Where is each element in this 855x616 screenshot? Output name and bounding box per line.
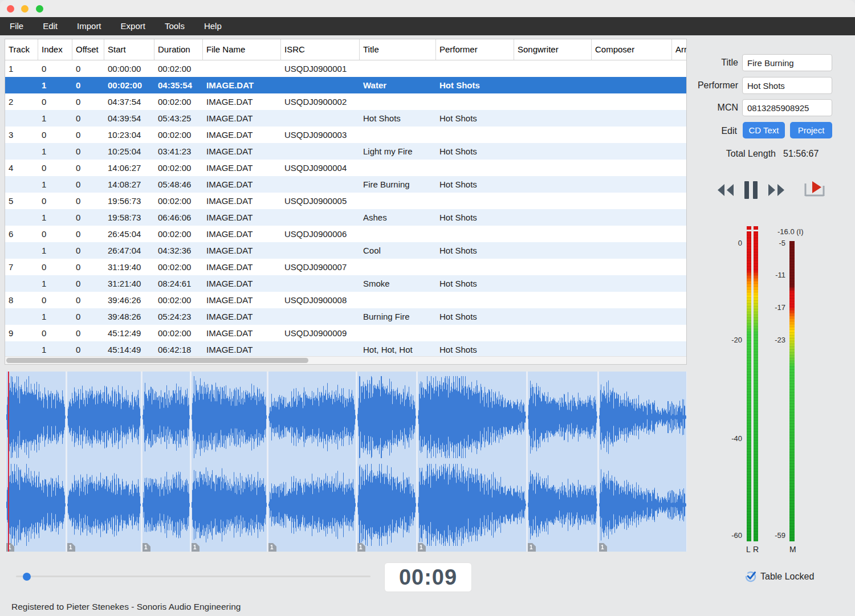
cell-track: 1 (5, 60, 38, 77)
checkmark-icon (744, 570, 757, 582)
performer-input[interactable] (742, 77, 832, 94)
cell-duration: 06:46:06 (154, 209, 203, 226)
position-slider[interactable] (16, 576, 370, 577)
cell-isrc: USQDJ0900006 (281, 226, 360, 242)
cell-track (5, 341, 38, 358)
scrollbar-thumb[interactable] (6, 358, 308, 363)
table-row[interactable]: 60026:45:0400:02:00IMAGE.DATUSQDJ0900006 (5, 226, 686, 242)
cell-duration: 00:02:00 (154, 193, 203, 209)
cd-text-button[interactable]: CD Text (743, 122, 785, 138)
position-slider-thumb[interactable] (23, 573, 31, 581)
cell-track: 4 (5, 160, 38, 176)
table-row[interactable]: 1039:48:2605:24:23IMAGE.DATBurning FireH… (5, 308, 686, 325)
cell-duration: 00:02:00 (154, 226, 203, 242)
cell-isrc: USQDJ0900008 (281, 292, 360, 308)
play-from-marker-button[interactable] (803, 180, 826, 200)
cell-file_name: IMAGE.DAT (203, 127, 281, 143)
table-row[interactable]: 1045:14:4906:42:18IMAGE.DATHot, Hot, Hot… (5, 341, 686, 358)
column-header-isrc[interactable]: ISRC (281, 39, 360, 60)
cell-file_name (203, 60, 281, 77)
table-row[interactable]: 1000:02:0004:35:54IMAGE.DATWaterHot Shot… (5, 77, 686, 93)
cell-arr (672, 325, 687, 341)
table-row[interactable]: 1010:25:0403:41:23IMAGE.DATLight my Fire… (5, 143, 686, 160)
column-header-index[interactable]: Index (38, 39, 72, 60)
cell-title (360, 292, 436, 308)
column-header-title[interactable]: Title (360, 39, 436, 60)
cell-title (360, 325, 436, 341)
column-header-track[interactable]: Track (5, 39, 38, 60)
cell-songwriter (514, 143, 592, 160)
waveform-display[interactable] (6, 372, 687, 552)
cell-duration: 04:32:36 (154, 242, 203, 259)
minimize-button[interactable] (21, 5, 28, 13)
column-header-performer[interactable]: Performer (436, 39, 514, 60)
cell-composer (592, 308, 672, 325)
table-row[interactable]: 1004:39:5405:43:25IMAGE.DATHot ShotsHot … (5, 110, 686, 127)
cell-file_name: IMAGE.DAT (203, 275, 281, 292)
table-row[interactable]: 50019:56:7300:02:00IMAGE.DATUSQDJ0900005 (5, 193, 686, 209)
column-header-duration[interactable]: Duration (154, 39, 203, 60)
table-locked-checkbox[interactable] (744, 570, 757, 582)
column-header-offset[interactable]: Offset (72, 39, 104, 60)
cell-start: 26:47:04 (104, 242, 154, 259)
table-row[interactable]: 10000:00:0000:02:00USQDJ0900001 (5, 60, 686, 77)
cell-track (5, 143, 38, 160)
column-header-file-name[interactable]: File Name (203, 39, 281, 60)
cell-arr (672, 292, 687, 308)
fast-forward-button[interactable] (768, 183, 785, 197)
cell-arr (672, 242, 687, 259)
title-input[interactable] (742, 54, 832, 71)
cell-composer (592, 341, 672, 358)
table-row[interactable]: 80039:46:2600:02:00IMAGE.DATUSQDJ0900008 (5, 292, 686, 308)
cell-composer (592, 292, 672, 308)
table-row[interactable]: 30010:23:0400:02:00IMAGE.DATUSQDJ0900003 (5, 127, 686, 143)
cell-title: Water (360, 77, 436, 93)
cell-songwriter (514, 308, 592, 325)
table-row[interactable]: 1031:21:4008:24:61IMAGE.DATSmokeHot Shot… (5, 275, 686, 292)
project-button[interactable]: Project (790, 122, 832, 138)
column-header-composer[interactable]: Composer (592, 39, 672, 60)
table-row[interactable]: 70031:19:4000:02:00IMAGE.DATUSQDJ0900007 (5, 259, 686, 275)
column-header-arr[interactable]: Arr (672, 39, 687, 60)
cell-composer (592, 275, 672, 292)
cell-isrc (281, 176, 360, 193)
table-row[interactable]: 40014:06:2700:02:00IMAGE.DATUSQDJ0900004 (5, 160, 686, 176)
cell-start: 45:12:49 (104, 325, 154, 341)
pause-button[interactable] (744, 181, 758, 199)
waveform-canvas[interactable] (6, 372, 687, 552)
table-row[interactable]: 90045:12:4900:02:00IMAGE.DATUSQDJ0900009 (5, 325, 686, 341)
column-header-start[interactable]: Start (104, 39, 154, 60)
table-row[interactable]: 1026:47:0404:32:36IMAGE.DATCoolHot Shots (5, 242, 686, 259)
db-scale-0: 0 (738, 239, 742, 247)
menu-export[interactable]: Export (111, 17, 155, 35)
menu-edit[interactable]: Edit (33, 17, 67, 35)
horizontal-scrollbar[interactable] (5, 356, 686, 364)
menu-tools[interactable]: Tools (155, 17, 194, 35)
cell-file_name: IMAGE.DAT (203, 93, 281, 110)
cell-title: Hot, Hot, Hot (360, 341, 436, 358)
fast-forward-icon (768, 183, 785, 197)
cell-isrc (281, 341, 360, 358)
cell-offset: 0 (72, 341, 104, 358)
close-button[interactable] (7, 5, 14, 13)
menu-help[interactable]: Help (194, 17, 231, 35)
cell-arr (672, 127, 687, 143)
zoom-button[interactable] (36, 5, 43, 13)
menu-import[interactable]: Import (67, 17, 111, 35)
cell-track: 2 (5, 93, 38, 110)
table-row[interactable]: 20004:37:5400:02:00IMAGE.DATUSQDJ0900002 (5, 93, 686, 110)
cell-file_name: IMAGE.DAT (203, 160, 281, 176)
rewind-button[interactable] (716, 183, 734, 197)
table-row[interactable]: 1014:08:2705:48:46IMAGE.DATFire BurningH… (5, 176, 686, 193)
mcn-input[interactable] (742, 99, 832, 116)
menu-file[interactable]: File (0, 17, 33, 35)
cell-duration: 08:24:61 (154, 275, 203, 292)
cell-songwriter (514, 160, 592, 176)
column-header-songwriter[interactable]: Songwriter (514, 39, 592, 60)
cell-arr (672, 308, 687, 325)
table-row[interactable]: 1019:58:7306:46:06IMAGE.DATAshesHot Shot… (5, 209, 686, 226)
cell-performer (436, 259, 514, 275)
cell-offset: 0 (72, 160, 104, 176)
playhead (8, 372, 9, 552)
cell-isrc (281, 275, 360, 292)
